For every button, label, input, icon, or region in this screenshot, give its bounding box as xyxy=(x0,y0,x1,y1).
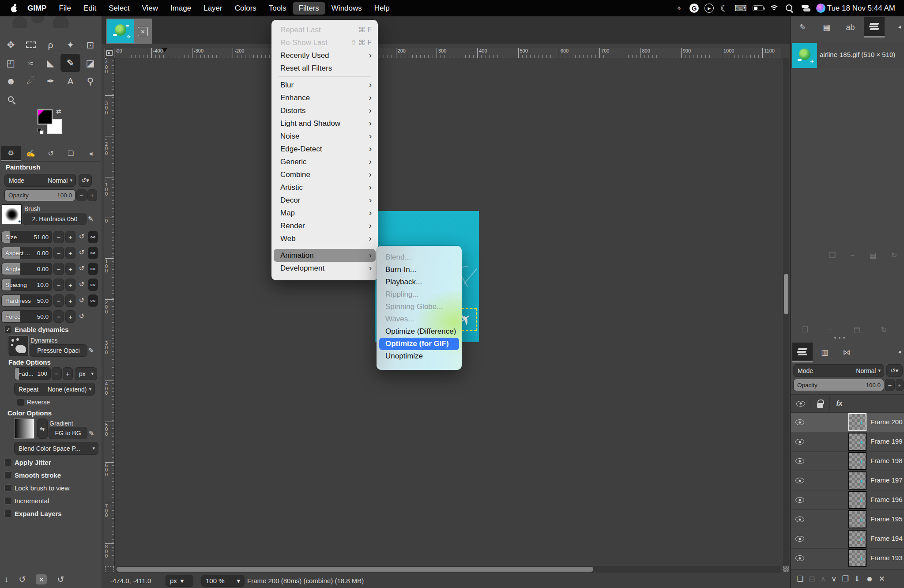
aspect-increase-button[interactable]: + xyxy=(65,247,75,259)
raise-layer-button[interactable]: ∧ xyxy=(821,574,826,584)
menu-bar-clock[interactable]: Tue 18 Nov 5:44 AM xyxy=(827,4,895,13)
expand-layers-checkbox[interactable] xyxy=(4,510,12,517)
lock-toggle[interactable] xyxy=(810,395,830,412)
color-picker-tool[interactable]: ⚲ xyxy=(80,72,100,90)
dynamics-preview[interactable] xyxy=(8,335,29,356)
menubar-item-help[interactable]: Help xyxy=(368,2,396,15)
menubar-item-view[interactable]: View xyxy=(136,2,164,15)
layer-opacity-slider[interactable]: Opacity 100.0 xyxy=(793,379,884,391)
smudge-tool[interactable]: ☄ xyxy=(21,72,41,90)
layer-opacity-increase-button[interactable]: + xyxy=(896,379,904,391)
filters-menu-item-enhance[interactable]: Enhance› xyxy=(274,91,376,104)
size-increase-button[interactable]: + xyxy=(65,231,75,243)
tab-paths[interactable]: ⋈ xyxy=(836,343,857,362)
dock-drag-handle[interactable] xyxy=(834,337,845,339)
filters-menu-item-artistic[interactable]: Artistic› xyxy=(274,181,376,194)
scrollbar-thumb[interactable] xyxy=(117,567,593,572)
angle-slider[interactable]: Angle0.00 xyxy=(1,263,52,275)
animation-submenu-item-blend[interactable]: Blend... xyxy=(379,251,459,264)
menubar-item-gimp[interactable]: GIMP xyxy=(21,2,53,15)
enable-dynamics-checkbox[interactable]: ✓ xyxy=(4,326,12,333)
animation-submenu-item-spinning-globe[interactable]: Spinning Globe... xyxy=(379,301,459,313)
force-increase-button[interactable]: + xyxy=(65,310,75,323)
animation-submenu-item-optimize-for-gif[interactable]: Optimize (for GIF) xyxy=(379,338,459,350)
delete-tool-options-button[interactable]: ✕ xyxy=(36,574,47,584)
filters-menu-item-repeat-last[interactable]: Repeat Last⌘ F xyxy=(274,23,376,36)
location-icon[interactable]: ⌖ xyxy=(674,4,684,13)
gradient-selector[interactable]: FG to BG xyxy=(49,427,87,439)
gradient-preview[interactable] xyxy=(14,418,34,439)
spacing-link-button[interactable]: ⚯ xyxy=(88,279,98,291)
remove-view-icon[interactable]: − xyxy=(850,251,855,260)
tab-patterns[interactable]: ▦ xyxy=(816,17,837,38)
angle-reset-button[interactable]: ↺ xyxy=(77,264,86,272)
animation-submenu-item-playback[interactable]: Playback... xyxy=(379,276,459,288)
aspect-slider[interactable]: Aspect ...0.00 xyxy=(1,247,52,259)
tab-layers[interactable] xyxy=(792,343,813,362)
brush-preview[interactable]: + xyxy=(2,204,22,224)
filters-menu-item-edge-detect[interactable]: Edge-Detect› xyxy=(274,143,376,155)
filters-menu-item-blur[interactable]: Blur› xyxy=(274,79,376,91)
hardness-increase-button[interactable]: + xyxy=(65,294,75,307)
blend-color-space-dropdown[interactable]: Blend Color Space P... ▾ xyxy=(14,442,98,455)
menubar-item-image[interactable]: Image xyxy=(164,2,197,15)
quick-mask-toggle[interactable] xyxy=(105,566,114,572)
zoom-dropdown[interactable]: 100 % ▾ xyxy=(201,575,245,587)
save-tool-options-button[interactable]: ↓ xyxy=(4,575,9,584)
battery-icon[interactable] xyxy=(753,5,764,11)
text-tool[interactable]: A xyxy=(60,72,80,90)
crop-tool[interactable]: ⊡ xyxy=(80,36,100,54)
layer-visibility-toggle[interactable] xyxy=(795,478,804,483)
tab-channels[interactable]: ▥ xyxy=(814,343,835,362)
layer-mode-dropdown[interactable]: Mode Normal ▾ xyxy=(793,364,884,377)
opacity-increase-button[interactable]: + xyxy=(87,189,97,201)
menubar-item-filters[interactable]: Filters xyxy=(293,2,325,15)
opacity-slider[interactable]: Opacity 100.0 xyxy=(4,189,75,201)
new-group-button[interactable]: ⊟ xyxy=(809,574,815,584)
layer-visibility-toggle[interactable] xyxy=(795,516,804,522)
layer-row-frame-194[interactable]: ✈Frame 194 xyxy=(791,529,904,549)
effects-toggle[interactable]: fx xyxy=(830,395,849,412)
brush-selector[interactable]: 2. Hardness 050 xyxy=(23,213,87,225)
aspect-reset-button[interactable]: ↺ xyxy=(77,249,86,256)
filters-menu-item-recently-used[interactable]: Recently Used› xyxy=(274,49,376,62)
layer-mode-reset-button[interactable]: ↺▾ xyxy=(886,364,903,377)
layer-visibility-toggle[interactable] xyxy=(795,458,804,464)
layer-row-frame-198[interactable]: ✈Frame 198 xyxy=(791,452,904,471)
tab-brushes[interactable]: ✎ xyxy=(792,17,813,38)
layer-row-frame-195[interactable]: ✈Frame 195 xyxy=(791,510,904,529)
smooth-stroke-checkbox[interactable] xyxy=(4,471,12,479)
ink-tool[interactable]: ✒ xyxy=(41,72,60,90)
control-center-icon[interactable] xyxy=(800,4,810,12)
filters-menu-item-render[interactable]: Render› xyxy=(274,219,376,232)
paint-mode-dropdown[interactable]: Mode Normal ▾ xyxy=(4,174,76,187)
lock-brush-to-view-checkbox[interactable] xyxy=(4,484,12,492)
size-reset-button[interactable]: ↺ xyxy=(77,233,86,241)
force-decrease-button[interactable]: − xyxy=(53,310,64,323)
mode-reset-button[interactable]: ↺▾ xyxy=(79,174,92,187)
collapse-dock-icon[interactable]: ◂ xyxy=(898,23,901,30)
angle-increase-button[interactable]: + xyxy=(65,263,75,275)
edit-brush-icon[interactable]: ❐ xyxy=(802,325,808,335)
hardness-reset-button[interactable]: ↺ xyxy=(77,296,86,304)
restore-tool-options-button[interactable]: ↺ xyxy=(19,574,26,584)
fuzzy-select-tool[interactable]: ✦ xyxy=(60,36,80,54)
search-icon[interactable] xyxy=(785,4,794,13)
flip-gradient-button[interactable]: ⇆ xyxy=(37,418,48,439)
visibility-toggle[interactable] xyxy=(791,395,810,412)
size-slider[interactable]: Size51.00 xyxy=(1,231,52,243)
move-tool[interactable]: ✥ xyxy=(1,36,21,54)
filters-menu-item-generic[interactable]: Generic› xyxy=(274,155,376,168)
tab-images[interactable]: ❏ xyxy=(61,146,81,161)
filters-menu-item-reset-all-filters[interactable]: Reset all Filters xyxy=(274,62,376,75)
reset-tool-options-button[interactable]: ↺ xyxy=(57,574,64,584)
filters-menu-item-decor[interactable]: Decor› xyxy=(274,194,376,207)
menubar-item-file[interactable]: File xyxy=(53,2,77,15)
force-slider[interactable]: Force50.0 xyxy=(1,310,52,323)
filters-menu-item-development[interactable]: Development› xyxy=(274,262,376,275)
filters-menu-item-animation[interactable]: Animation› xyxy=(274,249,376,262)
horizontal-ruler[interactable]: -500-400-300-200-10001002003004005006007… xyxy=(116,48,781,58)
merge-down-button[interactable]: ⇓ xyxy=(854,574,860,584)
layer-visibility-toggle[interactable] xyxy=(795,497,804,503)
keyboard-icon[interactable]: ⌨ xyxy=(734,4,746,13)
